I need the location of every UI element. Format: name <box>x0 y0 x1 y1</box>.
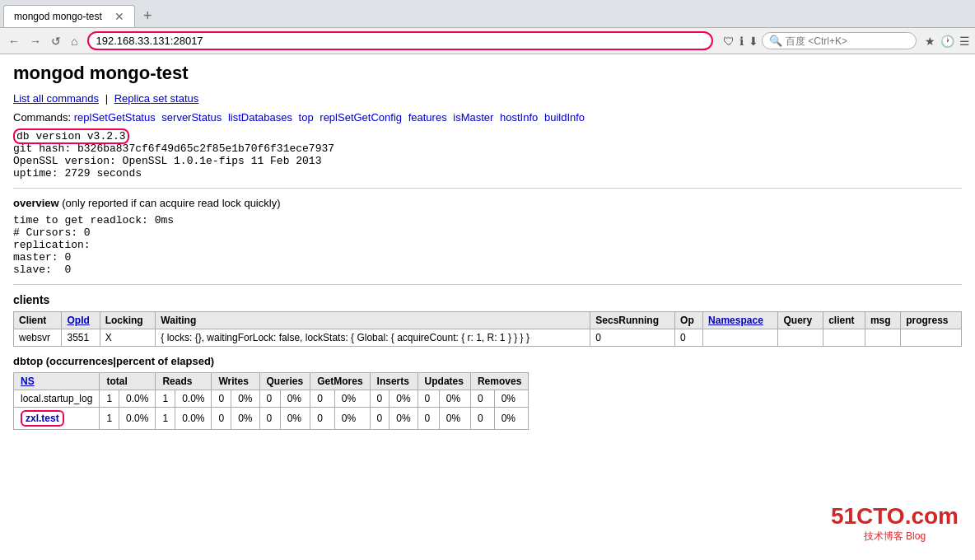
cell-msg <box>865 329 900 347</box>
cell-waiting: { locks: {}, waitingForLock: false, lock… <box>156 329 590 347</box>
list-item: local.startup_log 1 0.0% 1 0.0% 0 0% 0 0… <box>14 390 529 408</box>
dbtop-col-reads: Reads <box>156 373 212 390</box>
menu-icon[interactable]: ☰ <box>959 35 970 48</box>
dbtop-header: NS total Reads Writes Queries GetMores I… <box>14 373 529 390</box>
col-msg: msg <box>865 312 900 329</box>
cmd-features[interactable]: features <box>408 111 447 124</box>
cell-updates-pct: 0% <box>439 390 470 408</box>
dbtop-table: NS total Reads Writes Queries GetMores I… <box>13 372 529 430</box>
cell-opid: 3551 <box>62 329 100 347</box>
cmd-isMaster[interactable]: isMaster <box>453 111 493 124</box>
cell-removes-pct: 0% <box>494 390 529 408</box>
new-tab-button[interactable]: + <box>138 6 157 26</box>
info-icon: ℹ <box>739 35 744 48</box>
nav-bar: ← → ↺ ⌂ 🛡 ℹ ⬇ 🔍 ★ 🕐 ☰ <box>0 27 975 54</box>
uptime: uptime: 2729 seconds <box>13 167 962 180</box>
col-namespace: Namespace <box>703 312 778 329</box>
cell-reads-pct: 0.0% <box>175 408 212 430</box>
cell-total-pct: 0.0% <box>119 408 156 430</box>
cell-secsrunning: 0 <box>590 329 675 347</box>
col-progress: progress <box>901 312 962 329</box>
overview-title: overview <box>13 197 59 209</box>
dbtop-col-getmores: GetMores <box>310 373 370 390</box>
cmd-listDatabases[interactable]: listDatabases <box>228 111 292 124</box>
cell-op: 0 <box>675 329 703 347</box>
cell-progress <box>901 329 962 347</box>
cell-client: websvr <box>14 329 62 347</box>
cell-queries-pct: 0% <box>280 408 310 430</box>
list-all-commands-link[interactable]: List all commands <box>13 92 99 105</box>
dbtop-col-ns: NS <box>14 373 100 390</box>
shield-icon: 🛡 <box>723 35 735 48</box>
openssl-version: OpenSSL version: OpenSSL 1.0.1e-fips 11 … <box>13 155 962 167</box>
cell-getmores-pct: 0% <box>334 390 370 408</box>
ns-link[interactable]: NS <box>21 376 35 387</box>
history-icon[interactable]: 🕐 <box>940 35 954 48</box>
col-secsrunning: SecsRunning <box>590 312 675 329</box>
cell-writes: 0 <box>212 390 231 408</box>
cell-reads: 1 <box>156 390 175 408</box>
cell-getmores-pct: 0% <box>334 408 370 430</box>
address-bar[interactable] <box>96 35 705 47</box>
cell-writes-pct: 0% <box>231 390 259 408</box>
cmd-replSetGetConfig[interactable]: replSetGetConfig <box>320 111 402 124</box>
cell-client-val <box>823 329 865 347</box>
clients-section: clients Client OpId Locking Waiting Secs… <box>13 293 962 347</box>
cell-removes: 0 <box>470 390 494 408</box>
cell-total: 1 <box>100 408 119 430</box>
commands-label: Commands: <box>13 111 71 124</box>
opid-link[interactable]: OpId <box>67 315 89 326</box>
col-client: Client <box>14 312 62 329</box>
right-icons: ★ 🕐 ☰ <box>925 35 970 48</box>
tab-title: mongod mongo-test <box>14 11 108 22</box>
clients-title: clients <box>13 293 962 306</box>
links-row: List all commands | Replica set status <box>13 92 962 105</box>
download-icon: ⬇ <box>749 35 758 48</box>
version-line-container: db version v3.2.3 <box>13 130 962 142</box>
tab-close-button[interactable]: ✕ <box>114 10 124 23</box>
browser-chrome: mongod mongo-test ✕ + ← → ↺ ⌂ 🛡 ℹ ⬇ 🔍 ★ … <box>0 0 975 54</box>
cell-updates-pct: 0% <box>439 408 470 430</box>
cmd-replSetGetStatus[interactable]: replSetGetStatus <box>74 111 156 124</box>
bookmark-icon[interactable]: ★ <box>925 35 935 48</box>
dbtop-col-queries: Queries <box>259 373 310 390</box>
highlighted-ns: zxl.test <box>21 410 64 427</box>
col-locking: Locking <box>100 312 156 329</box>
forward-button[interactable]: → <box>26 33 44 49</box>
cmd-buildInfo[interactable]: buildInfo <box>544 111 585 124</box>
dbtop-col-writes: Writes <box>212 373 259 390</box>
dbtop-col-inserts: Inserts <box>370 373 418 390</box>
cell-query <box>778 329 823 347</box>
overview-content: time to get readlock: 0ms # Cursors: 0 r… <box>13 214 962 276</box>
dbtop-title: dbtop (occurrences|percent of elapsed) <box>13 355 962 367</box>
cell-inserts: 0 <box>370 408 390 430</box>
cmd-hostInfo[interactable]: hostInfo <box>500 111 538 124</box>
back-button[interactable]: ← <box>5 33 23 49</box>
cell-updates: 0 <box>418 390 439 408</box>
active-tab[interactable]: mongod mongo-test ✕ <box>3 5 135 27</box>
home-button[interactable]: ⌂ <box>68 33 81 49</box>
cell-writes: 0 <box>212 408 231 430</box>
tab-bar: mongod mongo-test ✕ + <box>0 0 975 27</box>
cell-total-pct: 0.0% <box>119 390 156 408</box>
page-title: mongod mongo-test <box>13 63 962 84</box>
clients-table-header: Client OpId Locking Waiting SecsRunning … <box>14 312 962 329</box>
cell-queries: 0 <box>259 390 280 408</box>
cell-getmores: 0 <box>310 408 335 430</box>
nav-icons: 🛡 ℹ ⬇ <box>723 35 758 48</box>
reload-button[interactable]: ↺ <box>48 33 64 49</box>
col-waiting: Waiting <box>156 312 590 329</box>
cell-updates: 0 <box>418 408 439 430</box>
namespace-link[interactable]: Namespace <box>708 315 763 326</box>
git-hash: git hash: b326ba837cf6f49d65c2f85e1b70f6… <box>13 142 962 155</box>
cmd-serverStatus[interactable]: serverStatus <box>161 111 222 124</box>
dbtop-section: dbtop (occurrences|percent of elapsed) N… <box>13 355 962 430</box>
dbtop-col-updates: Updates <box>418 373 470 390</box>
search-bar[interactable] <box>786 35 909 47</box>
replica-set-status-link[interactable]: Replica set status <box>114 92 199 105</box>
col-op: Op <box>675 312 703 329</box>
cell-reads: 1 <box>156 408 175 430</box>
cmd-top[interactable]: top <box>299 111 314 124</box>
cell-total: 1 <box>100 390 119 408</box>
separator: | <box>105 92 108 105</box>
